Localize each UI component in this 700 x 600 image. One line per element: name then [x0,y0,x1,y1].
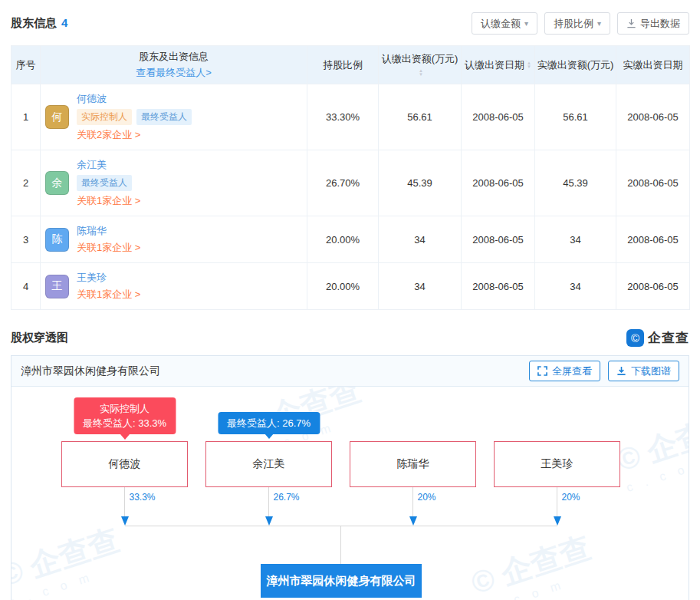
chevron-down-icon: ▾ [597,19,601,28]
arrow-down-icon [554,516,561,526]
watermark-sub: c . c o m [625,443,688,495]
subscribed-date-cell: 2008-06-05 [462,84,535,150]
subscribed-date-cell: 2008-06-05 [462,263,535,310]
chart-card-buttons: 全屏查看 下载图谱 [529,361,679,381]
export-data-button[interactable]: 导出数据 [617,12,689,35]
paid-date-cell: 2008-06-05 [616,216,690,263]
watermark-text: © 企查查 [612,404,688,482]
shareholder-table: 序号 股东及出资信息 查看最终受益人> 持股比例 认缴出资额(万元)▲▼ 认缴出… [11,45,690,310]
header-sub-date: 认缴出资日期▲▼ [462,46,535,84]
chart-canvas: © 企查查c . c o m © 企查查c . c o m © 企查查c . c… [12,387,688,600]
row-index: 4 [12,263,41,310]
subscribed-amount-cell: 56.61 [379,84,462,150]
header-shareholder: 股东及出资信息 查看最终受益人> [41,46,307,84]
chevron-down-icon: ▾ [524,19,528,28]
shareholder-section-header: 股东信息4 认缴金额 ▾ 持股比例 ▾ 导出数据 [0,0,700,45]
shareholder-name-link[interactable]: 余江美 [77,158,140,172]
shareholder-info: 王美珍关联1家企业 > [77,271,140,302]
shareholder-cell: 陈陈瑞华关联1家企业 > [41,216,307,263]
paid-amount-cell: 56.61 [535,84,616,150]
tag-blue: 最终受益人 [136,109,192,125]
badge-pointer [120,434,130,440]
related-companies-link[interactable]: 关联1家企业 > [77,241,140,255]
percentage-label: 20% [562,492,580,503]
shareholder-name-link[interactable]: 何德波 [77,92,192,106]
page: 股东信息4 认缴金额 ▾ 持股比例 ▾ 导出数据 [0,0,700,600]
brand-logo: © 企查查 [626,329,689,347]
connector-line [268,487,269,517]
paid-date-cell: 2008-06-05 [616,150,690,216]
table-row: 2余余江美最终受益人关联1家企业 >26.70%45.392008-06-054… [12,150,690,216]
tag-blue: 最终受益人 [77,175,132,191]
watermark-text: © 企查查 [12,519,124,597]
chart-card-header: 漳州市翠园休闲健身有限公司 全屏查看 下载图谱 [12,356,688,387]
badge-line: 最终受益人: 33.3% [83,416,166,430]
shareholder-cell-content: 何何德波实际控制人最终受益人关联2家企业 > [41,84,307,150]
watermark-text: © 企查查 [466,526,596,600]
percentage-label: 33.3% [130,492,156,503]
shareholder-name-link[interactable]: 王美珍 [77,271,140,285]
watermark-sub: c . c o m [12,559,129,600]
arrow-down-icon [409,516,417,526]
shareholder-cell: 何何德波实际控制人最终受益人关联2家企业 > [41,84,307,150]
shareholder-title-text: 股东信息 [11,16,57,29]
download-icon [626,18,636,28]
sort-icon[interactable]: ▲▼ [527,61,531,69]
header-ratio: 持股比例 [307,46,379,84]
fullscreen-icon [537,366,547,376]
ratio-cell: 26.70% [307,150,379,216]
shareholder-cell-content: 王王美珍关联1家企业 > [41,263,307,309]
ownership-badge: 最终受益人: 26.7% [218,412,320,434]
target-company-node[interactable]: 漳州市翠园休闲健身有限公司 [261,564,422,598]
shareholder-info: 陈瑞华关联1家企业 > [77,224,140,255]
shareholder-cell: 余余江美最终受益人关联1家企业 > [41,150,307,216]
shareholder-node[interactable]: 陈瑞华 [350,441,476,487]
sort-icon[interactable]: ▲▼ [419,69,423,77]
fullscreen-label: 全屏查看 [552,364,592,378]
view-beneficiary-link[interactable]: 查看最终受益人> [136,66,212,80]
paid-date-cell: 2008-06-05 [616,84,690,150]
shareholder-name-link[interactable]: 陈瑞华 [77,224,140,238]
chart-company-name: 漳州市翠园休闲健身有限公司 [21,364,160,378]
shareholder-node[interactable]: 余江美 [205,441,332,487]
shareholder-count: 4 [61,16,67,29]
watermark: © 企查查c . c o m [612,404,688,495]
connector-line [412,487,413,517]
arrow-down-icon [265,516,273,526]
penetration-title: 股权穿透图 [11,331,68,345]
paid-amount-cell: 34 [535,216,616,263]
amount-filter-button[interactable]: 认缴金额 ▾ [472,12,537,35]
avatar: 余 [45,171,69,195]
export-data-label: 导出数据 [640,17,680,31]
shareholder-cell: 王王美珍关联1家企业 > [41,263,307,310]
connector-line [340,526,341,564]
header-paid-amount: 实缴出资额(万元) [535,46,616,84]
subscribed-date-cell: 2008-06-05 [462,150,535,216]
connector-line [557,487,557,517]
shareholder-node[interactable]: 何德波 [61,441,188,487]
ratio-filter-button[interactable]: 持股比例 ▾ [544,12,610,35]
shareholder-title: 股东信息4 [11,16,67,31]
shareholder-node[interactable]: 王美珍 [494,441,620,487]
badge-line: 最终受益人: 26.7% [227,416,311,430]
table-row: 3陈陈瑞华关联1家企业 >20.00%342008-06-05342008-06… [12,216,690,263]
related-companies-link[interactable]: 关联1家企业 > [77,288,140,302]
avatar: 王 [45,275,69,298]
related-companies-link[interactable]: 关联1家企业 > [77,194,140,208]
watermark-sub: c . c o m [479,566,600,600]
download-chart-button[interactable]: 下载图谱 [608,361,679,381]
ratio-cell: 20.00% [307,216,379,263]
row-index: 1 [12,84,41,150]
related-companies-link[interactable]: 关联2家企业 > [77,128,192,142]
header-sub-amount: 认缴出资额(万元)▲▼ [379,46,462,84]
subscribed-amount-cell: 34 [379,216,462,263]
avatar: 何 [45,105,69,129]
tag-row: 最终受益人 [77,175,140,191]
qichacha-logo-icon: © [626,329,644,347]
ownership-badge: 实际控制人最终受益人: 33.3% [74,397,176,434]
brand-name: 企查查 [648,329,689,347]
penetration-chart-card: 漳州市翠园休闲健身有限公司 全屏查看 下载图谱 © 企查查c . c o m [11,355,689,600]
download-icon [616,366,626,376]
fullscreen-button[interactable]: 全屏查看 [529,361,600,381]
connector-line [124,487,125,517]
